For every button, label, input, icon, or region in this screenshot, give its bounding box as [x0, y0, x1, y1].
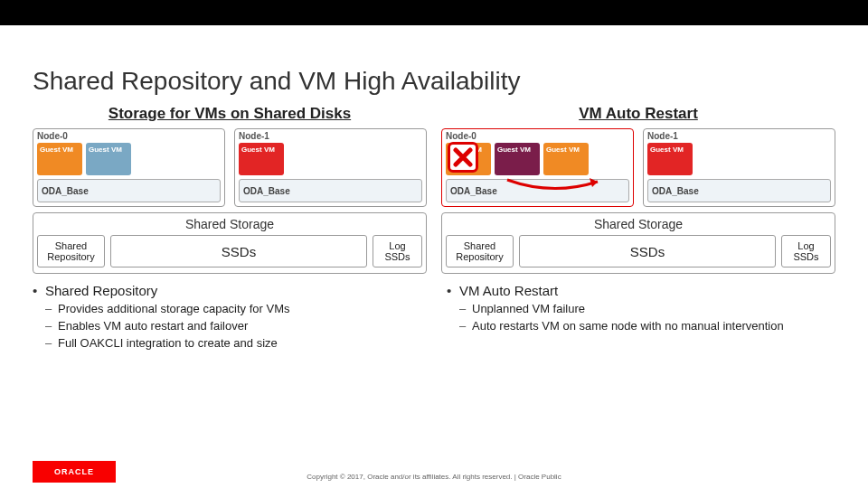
left-column: Storage for VMs on Shared Disks Node-0 G…	[33, 105, 427, 274]
guest-vm-orange-restart: Guest VM	[543, 143, 589, 175]
guest-vm-dark: Guest VM	[495, 143, 540, 175]
copyright-text: Copyright © 2017, Oracle and/or its affi…	[0, 473, 868, 484]
vm-row: Guest VM Guest VM	[37, 143, 221, 175]
left-subheading: Storage for VMs on Shared Disks	[33, 105, 427, 123]
bullet-l2-1: Enables VM auto restart and failover	[33, 319, 421, 333]
right-subheading: VM Auto Restart	[441, 105, 835, 123]
bullet-r2-1: Auto restarts VM on same node with no ma…	[447, 319, 835, 333]
guest-vm-orange: Guest VM	[37, 143, 82, 175]
right-column: VM Auto Restart Node-0 Guest VM Guest VM…	[441, 105, 835, 274]
slide: Shared Repository and VM High Availabili…	[0, 0, 868, 488]
bullets-row: Shared Repository Provides additional st…	[0, 274, 868, 353]
node-0-box: Node-0 Guest VM Guest VM ODA_Base	[33, 128, 225, 207]
vm-row: Guest VM	[239, 143, 422, 175]
guest-vm-blue: Guest VM	[86, 143, 131, 175]
shared-storage-label: Shared Storage	[37, 215, 422, 235]
failure-cross-icon	[448, 142, 478, 173]
shared-repository-box: Shared Repository	[446, 235, 514, 267]
node-1-label: Node-1	[647, 131, 831, 141]
node-1-label: Node-1	[239, 131, 422, 141]
node-0-label: Node-0	[37, 131, 221, 141]
oda-base-box: ODA_Base	[37, 179, 221, 202]
oda-base-box: ODA_Base	[239, 179, 422, 202]
vm-row: Guest VM	[647, 143, 831, 175]
bullet-r1: VM Auto Restart	[447, 283, 835, 298]
left-diagram: Node-0 Guest VM Guest VM ODA_Base Node-1…	[33, 128, 427, 274]
bullet-l1: Shared Repository	[33, 283, 421, 298]
shared-storage-label: Shared Storage	[446, 215, 831, 235]
left-bullets: Shared Repository Provides additional st…	[33, 283, 421, 353]
ssds-box: SSDs	[519, 235, 776, 267]
storage-row: Shared Repository SSDs Log SSDs	[446, 235, 831, 267]
oracle-logo: ORACLE	[33, 461, 116, 483]
oda-base-box: ODA_Base	[446, 179, 629, 202]
log-ssds-box: Log SSDs	[373, 235, 422, 267]
bullet-r2-0: Unplanned VM failure	[447, 302, 835, 315]
content-columns: Storage for VMs on Shared Disks Node-0 G…	[0, 105, 868, 274]
bullet-l2-0: Provides additional storage capacity for…	[33, 302, 421, 315]
ssds-box: SSDs	[110, 235, 367, 267]
page-title: Shared Repository and VM High Availabili…	[0, 51, 868, 105]
right-bullets: VM Auto Restart Unplanned VM failure Aut…	[447, 283, 835, 353]
nodes-row: Node-0 Guest VM Guest VM Guest VM ODA_Ba…	[441, 128, 835, 207]
footer: ORACLE Copyright © 2017, Oracle and/or i…	[0, 473, 868, 484]
node-0-box-failed: Node-0 Guest VM Guest VM Guest VM ODA_Ba…	[441, 128, 634, 207]
nodes-row: Node-0 Guest VM Guest VM ODA_Base Node-1…	[33, 128, 427, 207]
node-1-box: Node-1 Guest VM ODA_Base	[643, 128, 835, 207]
bullet-l2-2: Full OAKCLI integration to create and si…	[33, 336, 421, 350]
shared-storage-group: Shared Storage Shared Repository SSDs Lo…	[33, 212, 427, 274]
guest-vm-red: Guest VM	[239, 143, 284, 175]
right-diagram: Node-0 Guest VM Guest VM Guest VM ODA_Ba…	[441, 128, 835, 274]
oda-base-box: ODA_Base	[647, 179, 831, 202]
storage-row: Shared Repository SSDs Log SSDs	[37, 235, 422, 267]
guest-vm-red: Guest VM	[647, 143, 693, 175]
node-0-label: Node-0	[446, 131, 629, 141]
log-ssds-box: Log SSDs	[781, 235, 831, 267]
shared-storage-group: Shared Storage Shared Repository SSDs Lo…	[441, 212, 835, 274]
node-1-box: Node-1 Guest VM ODA_Base	[234, 128, 427, 207]
shared-repository-box: Shared Repository	[37, 235, 105, 267]
